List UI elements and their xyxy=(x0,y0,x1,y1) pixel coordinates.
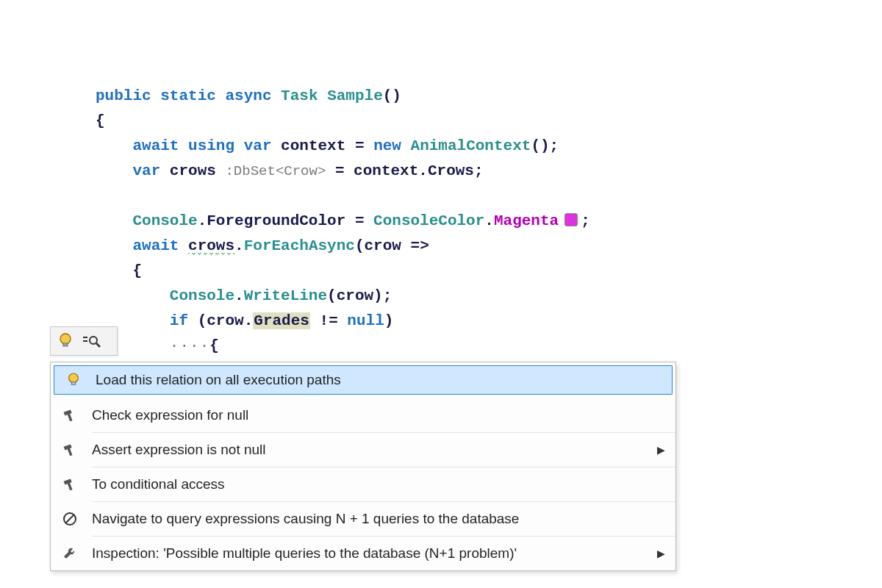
keyword-new: new xyxy=(373,137,401,154)
popup-item-label: Check expression for null xyxy=(92,407,665,423)
popup-item-label: Inspection: 'Possible multiple queries t… xyxy=(92,545,647,562)
keyword-public: public xyxy=(96,87,151,104)
svg-line-6 xyxy=(96,343,100,347)
code-text: ; xyxy=(474,162,484,179)
svg-rect-8 xyxy=(71,382,75,385)
popup-item-inspection[interactable]: Inspection: 'Possible multiple queries t… xyxy=(92,536,675,570)
code-text: ; xyxy=(581,212,590,229)
popup-item-check-null[interactable]: Check expression for null xyxy=(92,398,675,432)
chevron-right-icon: ▶ xyxy=(657,444,665,456)
code-text: = xyxy=(345,137,373,154)
code-text: . xyxy=(244,312,254,329)
code-text: ; xyxy=(383,287,392,304)
svg-point-7 xyxy=(69,373,79,383)
popup-item-label: Assert expression is not null xyxy=(92,442,647,458)
type-task: Task xyxy=(281,87,318,104)
popup-item-label: Load this relation on all execution path… xyxy=(96,372,662,388)
lightbulb-icon[interactable] xyxy=(58,333,73,349)
code-text: . xyxy=(484,212,494,229)
lightbulb-icon xyxy=(62,373,85,387)
brace-open: { xyxy=(209,337,219,354)
svg-rect-12 xyxy=(67,448,72,456)
quick-actions-popup: Load this relation on all execution path… xyxy=(50,362,676,571)
var-crow: crow xyxy=(337,287,373,304)
hammer-icon xyxy=(58,408,82,423)
code-text: . xyxy=(198,212,207,229)
keyword-if: if xyxy=(170,312,188,329)
code-text: => xyxy=(401,237,429,254)
svg-line-16 xyxy=(65,514,74,523)
navigate-icon xyxy=(58,512,82,526)
method-writeline: WriteLine xyxy=(244,287,327,304)
keyword-var: var xyxy=(244,137,272,154)
code-text: = xyxy=(345,212,373,229)
keyword-null: null xyxy=(347,312,384,329)
code-text: ; xyxy=(550,137,559,154)
var-crows-warn[interactable]: crows xyxy=(188,237,234,256)
keyword-static: static xyxy=(160,87,216,104)
code-text: () xyxy=(531,137,549,154)
popup-item-conditional-access[interactable]: To conditional access xyxy=(92,467,675,501)
method-sample: Sample xyxy=(327,87,383,104)
code-text: ) xyxy=(384,312,394,329)
chevron-right-icon: ▶ xyxy=(657,548,665,559)
var-crow: crow xyxy=(207,312,243,329)
keyword-await: await xyxy=(132,237,179,254)
prop-foreground: ForegroundColor xyxy=(207,212,345,229)
var-crows: crows xyxy=(170,162,216,179)
popup-item-assert-notnull[interactable]: Assert expression is not null ▶ xyxy=(92,432,675,467)
enum-magenta: Magenta xyxy=(494,212,559,229)
popup-item-label: Navigate to query expressions causing N … xyxy=(92,511,665,527)
wrench-icon xyxy=(58,546,82,561)
svg-point-5 xyxy=(90,337,97,344)
svg-rect-10 xyxy=(67,412,72,421)
type-console: Console xyxy=(170,287,234,304)
code-text: () xyxy=(383,87,401,104)
inspect-icon[interactable] xyxy=(83,334,101,348)
prop-crows: Crows xyxy=(428,162,474,179)
hammer-icon xyxy=(58,442,82,457)
indent-guide-dots: ···· xyxy=(170,337,209,354)
type-consolecolor: ConsoleColor xyxy=(373,212,484,229)
param-crow: crow xyxy=(365,237,401,254)
code-text: ( xyxy=(327,287,337,304)
method-foreachasync: ForEachAsync xyxy=(244,237,355,254)
inlay-hint: :DbSet<Crow> xyxy=(225,163,326,179)
code-editor[interactable]: public static async Task Sample() { awai… xyxy=(96,59,590,384)
var-context: context xyxy=(281,137,345,154)
type-animalcontext: AnimalContext xyxy=(411,137,531,154)
code-text: . xyxy=(418,162,428,179)
hammer-icon xyxy=(58,477,82,492)
popup-item-navigate-nplus1[interactable]: Navigate to query expressions causing N … xyxy=(92,501,675,536)
keyword-var: var xyxy=(132,162,160,179)
prop-grades-highlight[interactable]: Grades xyxy=(253,312,310,329)
code-text: . xyxy=(234,287,244,304)
code-text: ) xyxy=(373,287,383,304)
popup-item-load-relation[interactable]: Load this relation on all execution path… xyxy=(54,365,673,395)
popup-item-label: To conditional access xyxy=(92,476,665,492)
code-text: ( xyxy=(355,237,365,254)
brace-open: { xyxy=(132,262,142,279)
svg-point-0 xyxy=(60,334,71,344)
keyword-async: async xyxy=(225,87,271,104)
brace-open: { xyxy=(96,112,105,129)
code-text: != xyxy=(310,312,347,329)
keyword-await: await xyxy=(132,137,179,154)
code-text: . xyxy=(234,237,244,254)
code-text: = xyxy=(326,162,354,179)
quick-actions-toolbar[interactable] xyxy=(50,326,118,356)
var-context: context xyxy=(354,162,418,179)
color-swatch-icon xyxy=(564,213,578,226)
keyword-using: using xyxy=(188,137,234,154)
svg-rect-14 xyxy=(67,482,72,491)
code-text: ( xyxy=(198,312,207,329)
type-console: Console xyxy=(132,212,197,229)
